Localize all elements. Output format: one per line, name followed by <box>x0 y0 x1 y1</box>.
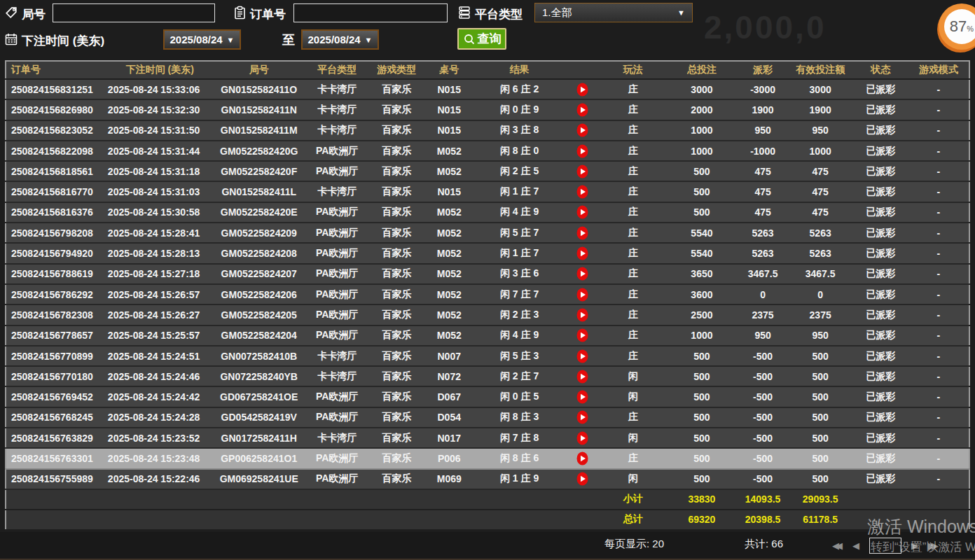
table-row[interactable]: 2508241567633012025-08-24 15:23:48GP0062… <box>6 448 969 468</box>
platform-type-label-group: 平台类型 <box>457 6 523 23</box>
search-button-label: 查询 <box>478 31 502 47</box>
cell-platform-type: PA欧洲厅 <box>305 386 369 407</box>
subtotal-status <box>853 489 908 510</box>
cell-order-no: 250824156782308 <box>6 304 105 325</box>
subtotal-play-type: 小计 <box>600 489 665 510</box>
cell-game-mode: - <box>908 386 969 407</box>
chevron-down-icon: ▼ <box>677 8 685 17</box>
cell-round-no: GM05225824209 <box>213 223 305 243</box>
cell-result: 闲 8 庄 6 <box>474 448 565 468</box>
cell-replay <box>565 243 600 263</box>
table-row[interactable]: 2508241568269802025-08-24 15:32:30GN0152… <box>6 99 969 120</box>
cell-play-type: 庄 <box>600 223 665 243</box>
table-row[interactable]: 2508241567886192025-08-24 15:27:18GM0522… <box>6 264 969 284</box>
play-video-icon[interactable] <box>576 472 588 486</box>
cell-game-mode: - <box>908 346 969 366</box>
clipboard-icon <box>233 6 247 23</box>
play-video-icon[interactable] <box>576 410 588 424</box>
round-number-input[interactable] <box>53 4 215 22</box>
page-number-input[interactable] <box>869 538 901 554</box>
order-number-input[interactable] <box>293 4 448 22</box>
cell-play-type: 庄 <box>600 326 665 346</box>
play-video-icon[interactable] <box>576 123 588 137</box>
cell-status: 已派彩 <box>853 264 908 284</box>
search-icon <box>463 33 476 46</box>
search-button[interactable]: 查询 <box>457 28 506 50</box>
table-row[interactable]: 2508241568220982025-08-24 15:31:44GM0522… <box>6 141 969 161</box>
cell-play-type: 庄 <box>600 284 665 304</box>
table-row[interactable]: 2508241567982082025-08-24 15:28:41GM0522… <box>6 223 969 243</box>
cell-table-no: N072 <box>424 366 474 386</box>
cell-round-no: GM05225824206 <box>213 284 305 304</box>
cell-table-no: N015 <box>424 99 474 120</box>
cell-total-bet: 2000 <box>665 99 738 120</box>
cell-play-type: 庄 <box>600 202 665 223</box>
chevron-down-icon: ▼ <box>365 36 373 44</box>
order-number-label-group: 订单号 <box>233 6 286 23</box>
play-video-icon[interactable] <box>576 103 588 117</box>
table-row[interactable]: 2508241567862922025-08-24 15:26:57GM0522… <box>6 284 969 304</box>
play-video-icon[interactable] <box>576 390 588 404</box>
play-video-icon[interactable] <box>576 205 588 219</box>
cell-valid-bet: 5263 <box>788 223 853 243</box>
table-row[interactable]: 2508241567786572025-08-24 15:25:57GM0522… <box>6 326 969 346</box>
play-video-icon[interactable] <box>576 144 588 158</box>
cell-table-no: M052 <box>424 202 474 223</box>
cell-round-no: GM05225824207 <box>213 264 305 284</box>
table-row[interactable]: 2508241568230522025-08-24 15:31:50GN0152… <box>6 120 969 141</box>
play-video-icon[interactable] <box>576 308 588 322</box>
table-row[interactable]: 2508241568167702025-08-24 15:31:03GN0152… <box>6 181 969 202</box>
play-video-icon[interactable] <box>576 431 588 445</box>
table-row[interactable]: 2508241567638292025-08-24 15:23:52GN0172… <box>6 428 969 448</box>
table-row[interactable]: 2508241567559892025-08-24 15:22:46GM0692… <box>6 469 969 489</box>
subtotal-payout: 14093.5 <box>738 489 788 510</box>
play-video-icon[interactable] <box>576 370 588 384</box>
cell-payout: -500 <box>738 386 788 407</box>
table-row[interactable]: 2508241567682452025-08-24 15:24:28GD0542… <box>6 407 969 428</box>
cell-bet-time: 2025-08-24 15:23:52 <box>105 428 213 448</box>
col-header-status: 状态 <box>853 61 908 79</box>
pagination-bar: Dale 每页显示: 20 共计: 66 ◀◀ ◀ ▶ ▶▶ <box>0 532 975 560</box>
play-video-icon[interactable] <box>576 267 588 281</box>
cell-play-type: 庄 <box>600 161 665 181</box>
cell-status: 已派彩 <box>853 120 908 141</box>
play-video-icon[interactable] <box>576 83 588 97</box>
cell-play-type: 闲 <box>600 386 665 407</box>
platform-type-select[interactable]: 1.全部 ▼ <box>534 3 693 22</box>
play-video-icon[interactable] <box>576 246 588 260</box>
table-row[interactable]: 2508241568163762025-08-24 15:30:58GM0522… <box>6 202 969 223</box>
table-row[interactable]: 2508241567701802025-08-24 15:24:46GN0722… <box>6 366 969 386</box>
play-video-icon[interactable] <box>576 349 588 363</box>
play-video-icon[interactable] <box>576 226 588 240</box>
cell-total-bet: 500 <box>665 386 738 407</box>
table-row[interactable]: 2508241567823082025-08-24 15:26:27GM0522… <box>6 304 969 325</box>
cell-round-no: GM069258241UE <box>213 469 305 489</box>
table-row[interactable]: 2508241567949202025-08-24 15:28:13GM0522… <box>6 243 969 263</box>
cell-payout: 3467.5 <box>738 264 788 284</box>
table-row[interactable]: 2508241567708992025-08-24 15:24:51GN0072… <box>6 346 969 366</box>
col-header-bet-time: 下注时间 (美东) <box>105 61 213 79</box>
cell-valid-bet: 5263 <box>788 243 853 263</box>
cell-replay <box>565 428 600 448</box>
table-row[interactable]: 2508241568312512025-08-24 15:33:06GN0152… <box>6 79 969 99</box>
date-to-button[interactable]: 2025/08/24 ▼ <box>301 29 379 50</box>
table-row[interactable]: 2508241567694522025-08-24 15:24:42GD0672… <box>6 386 969 407</box>
play-video-icon[interactable] <box>576 451 588 465</box>
last-page-icon[interactable]: ▶▶ <box>928 540 935 551</box>
cell-status: 已派彩 <box>853 141 908 161</box>
table-row[interactable]: 2508241568185612025-08-24 15:31:18GM0522… <box>6 161 969 181</box>
prev-page-icon[interactable]: ◀ <box>852 540 859 551</box>
first-page-icon[interactable]: ◀◀ <box>832 540 839 551</box>
cell-valid-bet: 950 <box>788 326 853 346</box>
cell-table-no: N015 <box>424 181 474 202</box>
date-from-button[interactable]: 2025/08/24 ▼ <box>163 29 241 50</box>
play-video-icon[interactable] <box>576 185 588 199</box>
cell-game-type: 百家乐 <box>369 202 424 223</box>
play-video-icon[interactable] <box>576 164 588 178</box>
cell-order-no: 250824156794920 <box>6 243 105 263</box>
score-badge[interactable]: 87 % <box>936 4 975 54</box>
play-video-icon[interactable] <box>576 328 588 342</box>
play-video-icon[interactable] <box>576 288 588 302</box>
next-page-icon[interactable]: ▶ <box>911 540 918 551</box>
cell-total-bet: 500 <box>665 346 738 366</box>
